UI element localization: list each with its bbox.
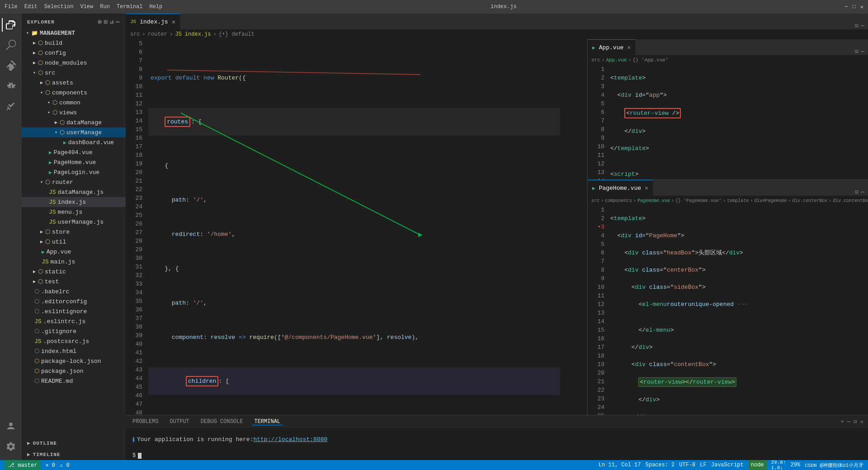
rb1-src[interactable]: src <box>591 57 600 63</box>
tree-item-common[interactable]: ▾ ⬡ common <box>22 98 126 108</box>
menu-bar[interactable]: File Edit Selection View Run Terminal He… <box>5 4 162 10</box>
tree-item-packagelockjson[interactable]: ⬡ package-lock.json <box>22 356 126 366</box>
rb2-centerbox[interactable]: div.centerBox <box>792 198 827 203</box>
code-area[interactable]: 56789 1011121314 1516171819 2021222324 2… <box>126 39 587 415</box>
tree-item-views[interactable]: ▾ ⬡ views <box>22 108 126 118</box>
account-icon[interactable] <box>2 417 20 435</box>
tree-item-store[interactable]: ▶ ⬡ store <box>22 227 126 237</box>
breadcrumb-src[interactable]: src <box>130 31 140 38</box>
rb2-pagehome[interactable]: PageHome.vue <box>637 198 670 203</box>
tree-item-router[interactable]: ▾ ⬡ router <box>22 177 126 187</box>
tree-item-usermanagejs[interactable]: JS userManage.js <box>22 217 126 227</box>
status-language[interactable]: JavaScript <box>711 462 744 468</box>
tree-item-src[interactable]: ▾ ⬡ src <box>22 68 126 78</box>
breadcrumb-symbol[interactable]: {•} default <box>219 31 255 38</box>
tree-item-readme[interactable]: ⬡ README.md <box>22 376 126 386</box>
right-code-content-1[interactable]: <template> <div id="app"> <router-view /… <box>608 65 868 179</box>
tab-problems[interactable]: PROBLEMS <box>130 418 161 425</box>
git-branch[interactable]: ⎇ master <box>5 460 41 470</box>
tree-item-test[interactable]: ▶ ⬡ test <box>22 277 126 287</box>
tree-item-gitignore[interactable]: ⬡ .gitignore <box>22 326 126 336</box>
sidebar-actions[interactable]: ⊕ ⊞ ↺ ⋯ <box>98 18 120 26</box>
terminal-url[interactable]: http://localhost:8080 <box>253 436 327 443</box>
warnings-count[interactable]: ⚠ 0 <box>60 462 70 469</box>
new-file-icon[interactable]: ⊕ <box>98 18 102 26</box>
tree-item-eslintignore[interactable]: ⬡ .eslintignore <box>22 306 126 316</box>
tree-item-postcssrc[interactable]: JS .postcssrc.js <box>22 336 126 346</box>
maximize-button[interactable]: □ <box>853 4 856 10</box>
status-ln-col[interactable]: Ln 11, Col 17 <box>599 462 641 468</box>
tab-output[interactable]: OUTPUT <box>168 418 192 425</box>
menu-selection[interactable]: Selection <box>44 4 74 10</box>
appvue-tab-close[interactable]: ✕ <box>627 44 631 51</box>
rb2-contentbox[interactable]: div.contentBox <box>833 198 868 203</box>
rb2-components[interactable]: components <box>605 198 632 203</box>
menu-edit[interactable]: Edit <box>24 4 38 10</box>
tree-item-menujs[interactable]: JS menu.js <box>22 207 126 217</box>
errors-count[interactable]: ✕ 0 <box>45 462 55 469</box>
close-button[interactable]: ✕ <box>860 4 863 10</box>
tree-item-datamanage[interactable]: ▶ ⬡ dataManage <box>22 118 126 127</box>
rb1-appvue[interactable]: App.vue <box>606 57 627 63</box>
rb2-template[interactable]: template <box>727 198 749 203</box>
tab-debug-console[interactable]: DEBUG CONSOLE <box>198 418 245 425</box>
pagehome-tab-close[interactable]: ✕ <box>645 184 648 192</box>
code-content[interactable]: export default new Router({ routes: [ { … <box>146 39 560 415</box>
split-right-icon[interactable]: ⊡ <box>855 48 859 55</box>
tree-item-static[interactable]: ▶ ⬡ static <box>22 267 126 277</box>
tab-terminal[interactable]: TERMINAL <box>252 418 283 425</box>
git-icon[interactable] <box>2 56 20 75</box>
search-icon[interactable] <box>2 36 20 54</box>
explorer-icon[interactable] <box>2 16 20 34</box>
extensions-icon[interactable] <box>2 97 20 115</box>
timeline-section[interactable]: ▶ TIMELINE <box>22 449 126 460</box>
rb2-src[interactable]: src <box>591 198 599 203</box>
tree-item-eslintrcjs[interactable]: JS .eslintrc.js <box>22 316 126 326</box>
tree-item-babelrc[interactable]: ⬡ .babelrc <box>22 287 126 296</box>
tree-item-dashboard[interactable]: ▶ dashBoard.vue <box>22 137 126 147</box>
rb1-symbol[interactable]: {} 'App.vue' <box>632 57 668 63</box>
breadcrumb-file[interactable]: JS index.js <box>175 31 211 38</box>
tree-item-components[interactable]: ▾ ⬡ components <box>22 88 126 98</box>
tab-close-indexjs[interactable]: ✕ <box>172 18 175 26</box>
status-spaces[interactable]: Spaces: 2 <box>646 462 675 468</box>
minimize-button[interactable]: ─ <box>844 4 848 10</box>
tree-item-util[interactable]: ▶ ⬡ util <box>22 237 126 247</box>
menu-run[interactable]: Run <box>100 4 110 10</box>
tree-item-packagejson[interactable]: ⬡ package.json <box>22 366 126 376</box>
tree-item-page404[interactable]: ▶ Page404.vue <box>22 147 126 157</box>
right-code-area-2[interactable]: 12 •3 456789 101112131415 161718192021 2… <box>588 206 868 415</box>
right-tab-appvue[interactable]: ▶ App.vue ✕ <box>588 39 636 55</box>
tree-item-indexhtml[interactable]: ⬡ index.html <box>22 346 126 356</box>
tree-item-config[interactable]: ▶ ⬡ config <box>22 48 126 58</box>
tree-item-build[interactable]: ▶ ⬡ build <box>22 38 126 48</box>
split-editor-button[interactable]: ⊡ ⋯ <box>851 22 868 29</box>
status-encoding[interactable]: UTF-8 <box>679 462 695 468</box>
tab-indexjs[interactable]: JS index.js ✕ <box>126 14 180 29</box>
right-tab-pagehome[interactable]: ▶ PageHome.vue ✕ <box>588 180 653 196</box>
breadcrumb-router[interactable]: router <box>148 31 167 38</box>
rb2-symbol[interactable]: {} 'PageHome.vue' <box>675 198 722 203</box>
tree-item-indexjs[interactable]: JS index.js <box>22 197 126 207</box>
rb2-div[interactable]: div#PageHome <box>754 198 787 203</box>
tree-item-usermanage[interactable]: ▾ ⬡ userManage <box>22 127 126 137</box>
more-actions-icon[interactable]: ⋯ <box>116 18 120 26</box>
right-code-area-1[interactable]: 12345 678910 11121314 <template> <div id… <box>588 65 868 179</box>
tree-item-management[interactable]: ▾ 📁 MANAGEMENT <box>22 28 126 38</box>
settings-icon[interactable] <box>2 437 20 456</box>
refresh-icon[interactable]: ↺ <box>110 18 114 26</box>
split-right2-icon[interactable]: ⊡ <box>855 188 859 196</box>
terminal-actions[interactable]: + ⋯ ⊡ ✕ <box>841 418 863 425</box>
menu-help[interactable]: Help <box>149 4 162 10</box>
menu-file[interactable]: File <box>5 4 18 10</box>
tree-item-assets[interactable]: ▶ ⬡ assets <box>22 78 126 88</box>
tree-item-pagelogin[interactable]: ▶ PageLogin.vue <box>22 167 126 177</box>
tree-item-editorconfig[interactable]: ⬡ .editorconfig <box>22 296 126 306</box>
new-folder-icon[interactable]: ⊞ <box>104 18 108 26</box>
tree-item-pagehome[interactable]: ▶ PageHome.vue <box>22 157 126 167</box>
menu-view[interactable]: View <box>80 4 93 10</box>
outline-section[interactable]: ▶ OUTLINE <box>22 437 126 449</box>
more-right2-icon[interactable]: ⋯ <box>861 188 864 196</box>
tree-item-appvue[interactable]: ▶ App.vue <box>22 247 126 257</box>
status-eol[interactable]: LF <box>700 462 706 468</box>
